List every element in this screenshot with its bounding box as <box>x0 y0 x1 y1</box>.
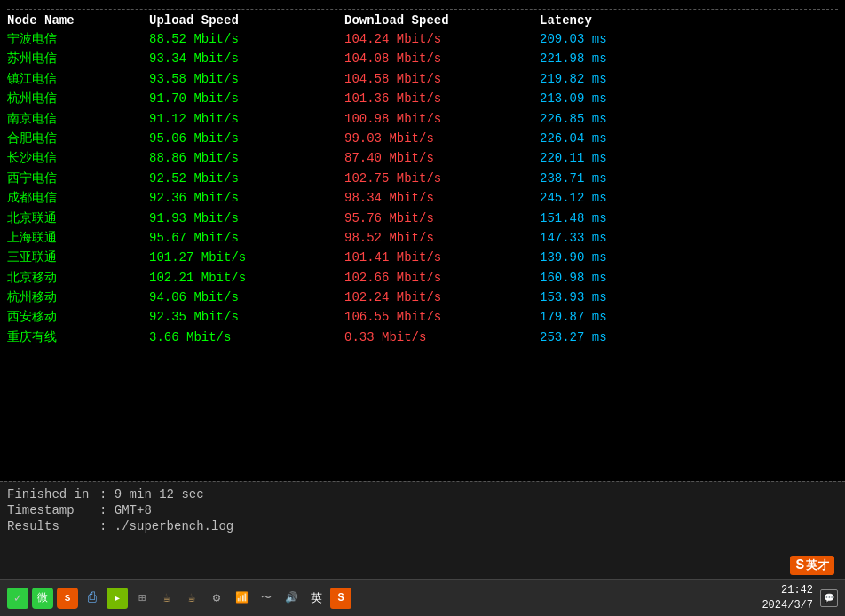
latency: 139.90 ms <box>540 248 699 267</box>
col-node: Node Name <box>7 13 149 28</box>
taskbar-icon-nvidia[interactable]: ▶ <box>107 588 128 609</box>
latency: 179.87 ms <box>540 307 699 327</box>
latency: 253.27 ms <box>540 328 699 347</box>
upload-speed: 91.70 Mbit/s <box>149 89 344 108</box>
download-speed: 98.34 Mbit/s <box>344 188 540 208</box>
download-speed: 100.98 Mbit/s <box>344 109 540 129</box>
download-speed: 104.58 Mbit/s <box>344 69 540 89</box>
node-name: 三亚联通 <box>7 248 149 267</box>
table-row: 苏州电信93.34 Mbit/s104.08 Mbit/s221.98 ms <box>7 49 838 68</box>
finished-label: Finished in <box>7 487 96 501</box>
table-row: 杭州电信91.70 Mbit/s101.36 Mbit/s213.09 ms <box>7 89 838 108</box>
footer-section: Finished in : 9 min 12 sec Timestamp : G… <box>0 481 845 579</box>
table-row: 成都电信92.36 Mbit/s98.34 Mbit/s245.12 ms <box>7 188 838 208</box>
table-header: Node Name Upload Speed Download Speed La… <box>7 13 838 28</box>
node-name: 合肥电信 <box>7 129 149 148</box>
download-speed: 106.55 Mbit/s <box>344 307 540 327</box>
taskbar-icon-coffee2[interactable]: ☕ <box>181 588 202 609</box>
table-row: 镇江电信93.58 Mbit/s104.58 Mbit/s219.82 ms <box>7 69 838 89</box>
taskbar-icon-volume[interactable]: 🔊 <box>280 588 302 609</box>
taskbar-icon-wifi[interactable]: 📶 <box>231 588 252 609</box>
download-speed: 101.36 Mbit/s <box>344 89 540 108</box>
upload-speed: 101.27 Mbit/s <box>149 248 344 267</box>
taskbar-icon-bluetooth[interactable]: ⎙ <box>82 588 103 609</box>
latency: 209.03 ms <box>540 29 699 49</box>
download-speed: 104.08 Mbit/s <box>344 49 540 68</box>
col-download: Download Speed <box>344 13 540 28</box>
latency: 226.85 ms <box>540 109 699 129</box>
table-row: 三亚联通101.27 Mbit/s101.41 Mbit/s139.90 ms <box>7 248 838 267</box>
upload-speed: 95.67 Mbit/s <box>149 228 344 248</box>
node-name: 长沙电信 <box>7 148 149 168</box>
logo-text: 英才 <box>806 557 829 573</box>
taskbar-icon-wechat[interactable]: 微 <box>32 588 53 609</box>
upload-speed: 93.34 Mbit/s <box>149 49 344 68</box>
upload-speed: 92.36 Mbit/s <box>149 188 344 208</box>
upload-speed: 91.93 Mbit/s <box>149 209 344 228</box>
node-name: 上海联通 <box>7 228 149 248</box>
download-speed: 102.24 Mbit/s <box>344 288 540 307</box>
download-speed: 102.75 Mbit/s <box>344 169 540 188</box>
upload-speed: 88.86 Mbit/s <box>149 148 344 168</box>
node-name: 宁波电信 <box>7 29 149 49</box>
table-row: 宁波电信88.52 Mbit/s104.24 Mbit/s209.03 ms <box>7 29 838 49</box>
results-value: : ./superbench.log <box>99 519 233 533</box>
table-row: 上海联通95.67 Mbit/s98.52 Mbit/s147.33 ms <box>7 228 838 248</box>
download-speed: 95.76 Mbit/s <box>344 209 540 228</box>
table-row: 合肥电信95.06 Mbit/s99.03 Mbit/s226.04 ms <box>7 129 838 148</box>
latency: 221.98 ms <box>540 49 699 68</box>
download-speed: 102.66 Mbit/s <box>344 268 540 288</box>
finished-row: Finished in : 9 min 12 sec <box>7 487 838 501</box>
clock-date: 2024/3/7 <box>762 598 813 613</box>
timestamp-row: Timestamp : GMT+8 <box>7 503 838 517</box>
footer-info: Finished in : 9 min 12 sec Timestamp : G… <box>7 487 838 533</box>
taskbar-icon-s-app[interactable]: S <box>330 588 351 609</box>
download-speed: 98.52 Mbit/s <box>344 228 540 248</box>
latency: 245.12 ms <box>540 188 699 208</box>
taskbar-icon-grid[interactable]: ⊞ <box>131 588 153 609</box>
bottom-divider <box>7 351 838 351</box>
node-name: 成都电信 <box>7 188 149 208</box>
taskbar-icon-superbench[interactable]: S <box>57 588 78 609</box>
download-speed: 87.40 Mbit/s <box>344 148 540 168</box>
speed-test-table: 宁波电信88.52 Mbit/s104.24 Mbit/s209.03 ms苏州… <box>7 29 838 347</box>
taskbar-apps: ✓ 微 S ⎙ ▶ ⊞ ☕ ☕ ⚙ 📶 〜 🔊 英 S <box>7 588 756 609</box>
upload-speed: 94.06 Mbit/s <box>149 288 344 307</box>
table-row: 北京联通91.93 Mbit/s95.76 Mbit/s151.48 ms <box>7 209 838 228</box>
table-row: 西安移动92.35 Mbit/s106.55 Mbit/s179.87 ms <box>7 307 838 327</box>
download-speed: 104.24 Mbit/s <box>344 29 540 49</box>
upload-speed: 92.35 Mbit/s <box>149 307 344 327</box>
latency: 147.33 ms <box>540 228 699 248</box>
download-speed: 0.33 Mbit/s <box>344 328 540 347</box>
notification-icon[interactable]: 💬 <box>820 589 838 607</box>
download-speed: 101.41 Mbit/s <box>344 248 540 267</box>
time-block: 21:42 2024/3/7 <box>762 583 813 613</box>
upload-speed: 93.58 Mbit/s <box>149 69 344 89</box>
taskbar-icon-coffee[interactable]: ☕ <box>156 588 178 609</box>
timestamp-value: : GMT+8 <box>99 503 152 517</box>
node-name: 南京电信 <box>7 109 149 129</box>
upload-speed: 3.66 Mbit/s <box>149 328 344 347</box>
upload-speed: 102.21 Mbit/s <box>149 268 344 288</box>
node-name: 杭州移动 <box>7 288 149 307</box>
table-row: 北京移动102.21 Mbit/s102.66 Mbit/s160.98 ms <box>7 268 838 288</box>
taskbar-icon-settings[interactable]: ⚙ <box>206 588 227 609</box>
logo-s-icon: S <box>795 557 804 573</box>
col-latency: Latency <box>540 13 699 28</box>
table-row: 杭州移动94.06 Mbit/s102.24 Mbit/s153.93 ms <box>7 288 838 307</box>
results-label: Results <box>7 519 96 533</box>
node-name: 北京联通 <box>7 209 149 228</box>
finished-value: : 9 min 12 sec <box>99 487 204 501</box>
node-name: 杭州电信 <box>7 89 149 108</box>
latency: 160.98 ms <box>540 268 699 288</box>
taskbar-icon-wifi2[interactable]: 〜 <box>256 588 277 609</box>
node-name: 西宁电信 <box>7 169 149 188</box>
latency: 220.11 ms <box>540 148 699 168</box>
taskbar-input-method[interactable]: 英 <box>305 588 327 609</box>
taskbar-icon-checkmark[interactable]: ✓ <box>7 588 28 609</box>
taskbar-clock: 21:42 2024/3/7 💬 <box>762 583 838 613</box>
logo-badge: S 英才 <box>790 556 834 575</box>
node-name: 镇江电信 <box>7 69 149 89</box>
latency: 226.04 ms <box>540 129 699 148</box>
taskbar: ✓ 微 S ⎙ ▶ ⊞ ☕ ☕ ⚙ 📶 〜 🔊 英 S 21:42 2024/3… <box>0 579 845 616</box>
